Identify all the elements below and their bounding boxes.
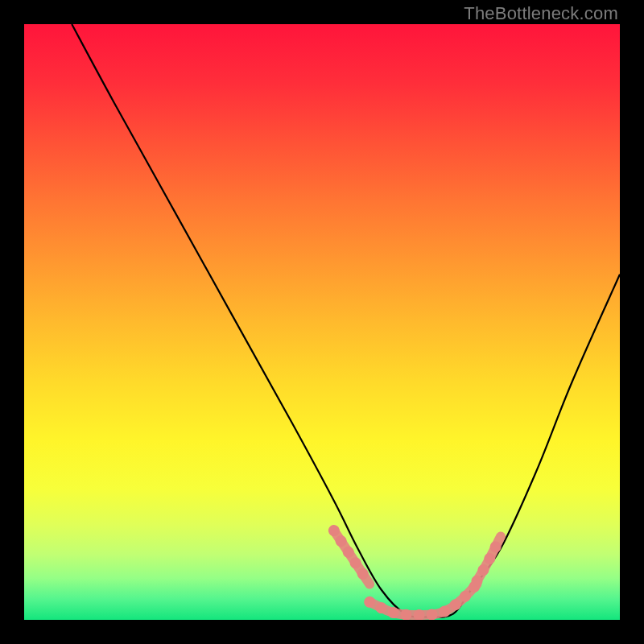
plot-area — [24, 24, 620, 620]
highlight-band — [334, 530, 501, 615]
watermark-text: TheBottleneck.com — [464, 3, 618, 24]
curve-layer — [24, 24, 620, 620]
chart-frame: TheBottleneck.com — [0, 0, 644, 644]
bottleneck-curve — [72, 24, 620, 617]
